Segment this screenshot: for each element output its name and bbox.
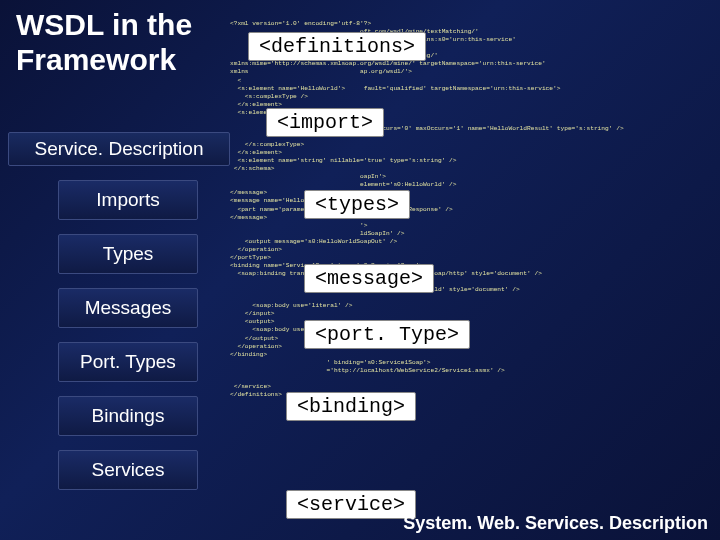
tag-import: <import> — [266, 108, 384, 137]
code-line: </message> — [230, 214, 267, 221]
code-line: xmlns ap.org/wsdl/'> — [230, 68, 412, 75]
service-description-label: Service. Description — [8, 132, 230, 166]
code-line: < — [230, 77, 241, 84]
code-line: ='http://localhost/WebService2/Service1.… — [230, 367, 505, 374]
code-line: </portType> — [230, 254, 271, 261]
code-line: </binding> — [230, 351, 267, 358]
code-line: ' binding='s0:Service1Soap'> — [230, 359, 431, 366]
sidebar-types: Types — [58, 234, 198, 274]
tag-service: <service> — [286, 490, 416, 519]
code-line: <s:complexType /> — [230, 93, 308, 100]
code-line: oapIn'> — [230, 173, 386, 180]
code-line: ldSoapIn' /> — [230, 230, 405, 237]
tag-porttype: <port. Type> — [304, 320, 470, 349]
code-line: </input> — [230, 310, 275, 317]
slide-root: WSDL in the Framework Service. Descripti… — [0, 0, 720, 540]
sidebar-messages: Messages — [58, 288, 198, 328]
tag-binding: <binding> — [286, 392, 416, 421]
code-line: <soap:body use='literal' /> — [230, 302, 353, 309]
code-line: element='s0:HelloWorld' /> — [230, 181, 457, 188]
code-line: </s:element> — [230, 101, 282, 108]
title-line-1: WSDL in the — [16, 8, 192, 41]
code-line: <output> — [230, 318, 275, 325]
code-line: </s:complexType> — [230, 141, 304, 148]
code-line: </output> — [230, 335, 278, 342]
code-line: '> — [230, 222, 367, 229]
code-line: </service> — [230, 383, 271, 390]
code-line: xmlns:mime='http://schemas.xmlsoap.org/w… — [230, 60, 546, 67]
sidebar-imports: Imports — [58, 180, 198, 220]
tag-types: <types> — [304, 190, 410, 219]
tag-message: <message> — [304, 264, 434, 293]
code-line: </message> — [230, 189, 267, 196]
code-line: <output message='s0:HelloWorldSoapOut' /… — [230, 238, 397, 245]
system-web-services-label: System. Web. Services. Description — [403, 513, 708, 534]
title-line-2: Framework — [16, 43, 176, 76]
code-line: </operation> — [230, 246, 282, 253]
code-line: <s:element name='HelloWorld'> fault='qua… — [230, 85, 560, 92]
slide-title: WSDL in the Framework — [16, 8, 226, 77]
sidebar-porttypes: Port. Types — [58, 342, 198, 382]
sidebar: Imports Types Messages Port. Types Bindi… — [58, 180, 198, 504]
code-area: <?xml version='1.0' encoding='utf-8'?> o… — [230, 12, 712, 532]
sidebar-services: Services — [58, 450, 198, 490]
code-line: </definitions> — [230, 391, 282, 398]
code-line: </s:schema> — [230, 165, 275, 172]
code-line: <?xml version='1.0' encoding='utf-8'?> — [230, 20, 371, 27]
code-line: <s:element name='string' nillable='true'… — [230, 157, 457, 164]
sidebar-bindings: Bindings — [58, 396, 198, 436]
tag-definitions: <definitions> — [248, 32, 426, 61]
code-line: </operation> — [230, 343, 282, 350]
code-line: </s:element> — [230, 149, 282, 156]
